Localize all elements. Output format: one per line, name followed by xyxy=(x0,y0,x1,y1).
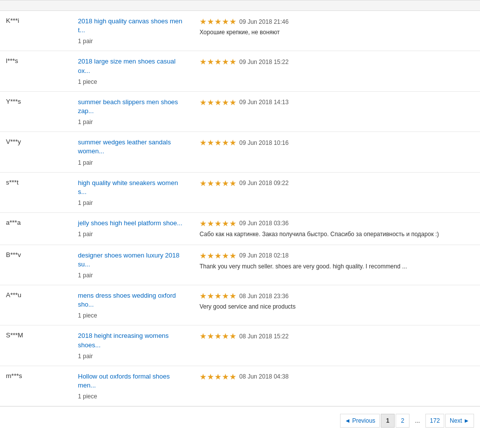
page-2-button[interactable]: 2 xyxy=(396,414,410,428)
transaction-cell: summer beach slippers men shoes zap...1 … xyxy=(72,92,194,131)
table-row: V***ysummer wedges leather sandals women… xyxy=(0,132,480,172)
buyer-name: l***s xyxy=(6,57,18,64)
star-icon: ★ xyxy=(229,372,236,382)
quantity-label: 1 piece xyxy=(78,393,188,400)
table-row: m***sHollow out oxfords formal shoes men… xyxy=(0,366,480,406)
product-link[interactable]: jelly shoes high heel platform shoe... xyxy=(78,219,182,227)
star-icon: ★ xyxy=(207,372,214,382)
star-icon: ★ xyxy=(229,179,236,188)
star-rating: ★★★★★ xyxy=(200,17,236,26)
review-date: 09 Jun 2018 10:16 xyxy=(239,139,288,146)
page-1-button[interactable]: 1 xyxy=(381,414,395,428)
buyer-name: s***t xyxy=(6,179,18,186)
star-rating: ★★★★★ xyxy=(200,179,236,188)
table-row: A***umens dress shoes wedding oxford sho… xyxy=(0,285,480,325)
star-icon: ★ xyxy=(222,331,229,341)
review-date: 08 Jun 2018 23:36 xyxy=(239,293,288,300)
buyer-cell: a***a xyxy=(0,213,72,245)
product-link[interactable]: 2018 height increasing womens shoes... xyxy=(78,332,169,348)
stars-row: ★★★★★09 Jun 2018 21:46 xyxy=(200,17,474,26)
star-icon: ★ xyxy=(222,291,229,301)
star-icon: ★ xyxy=(200,179,206,188)
product-link[interactable]: Hollow out oxfords formal shoes men... xyxy=(78,373,170,389)
star-rating: ★★★★★ xyxy=(200,219,236,228)
table-row: Y***ssummer beach slippers men shoes zap… xyxy=(0,92,480,132)
table-body: K***i2018 high quality canvas shoes men … xyxy=(0,11,480,406)
pagination: ◄ Previous 1 2 ... 172 Next ► xyxy=(0,406,480,435)
product-link[interactable]: summer wedges leather sandals women... xyxy=(78,138,171,155)
buyer-cell: Y***s xyxy=(0,92,72,131)
buyer-cell: l***s xyxy=(0,51,72,91)
review-date: 09 Jun 2018 03:36 xyxy=(239,220,288,227)
star-icon: ★ xyxy=(214,138,221,147)
header-transaction xyxy=(72,0,194,10)
product-link[interactable]: 2018 large size men shoes casual ox... xyxy=(78,58,176,74)
stars-row: ★★★★★09 Jun 2018 03:36 xyxy=(200,219,474,228)
stars-row: ★★★★★09 Jun 2018 14:13 xyxy=(200,98,474,107)
product-link[interactable]: high quality white sneakers women s... xyxy=(78,179,178,195)
prev-button[interactable]: ◄ Previous xyxy=(340,414,380,428)
star-icon: ★ xyxy=(200,291,206,301)
feedback-text: Very good service and nice products xyxy=(200,303,474,311)
star-rating: ★★★★★ xyxy=(200,98,236,107)
star-icon: ★ xyxy=(200,57,206,66)
star-rating: ★★★★★ xyxy=(200,251,236,260)
star-icon: ★ xyxy=(229,17,236,26)
transaction-cell: summer wedges leather sandals women...1 … xyxy=(72,132,194,172)
star-icon: ★ xyxy=(214,251,221,260)
quantity-label: 1 piece xyxy=(78,312,188,319)
table-header xyxy=(0,0,480,11)
star-icon: ★ xyxy=(207,331,214,341)
stars-row: ★★★★★09 Jun 2018 10:16 xyxy=(200,138,474,147)
buyer-cell: B***v xyxy=(0,245,72,285)
page-172-button[interactable]: 172 xyxy=(425,414,444,428)
transaction-cell: 2018 large size men shoes casual ox...1 … xyxy=(72,51,194,91)
star-icon: ★ xyxy=(207,179,214,188)
transaction-cell: designer shoes women luxury 2018 su...1 … xyxy=(72,245,194,285)
star-icon: ★ xyxy=(200,219,206,228)
feedback-cell: ★★★★★09 Jun 2018 21:46Хорошие крепкие, н… xyxy=(194,11,480,51)
star-icon: ★ xyxy=(229,57,236,66)
stars-row: ★★★★★08 Jun 2018 15:22 xyxy=(200,331,474,341)
review-date: 08 Jun 2018 04:38 xyxy=(239,373,288,380)
next-button[interactable]: Next ► xyxy=(445,414,474,428)
feedback-cell: ★★★★★08 Jun 2018 15:22 xyxy=(194,325,480,365)
product-link[interactable]: summer beach slippers men shoes zap... xyxy=(78,98,178,115)
ellipsis: ... xyxy=(411,414,424,428)
product-link[interactable]: mens dress shoes wedding oxford sho... xyxy=(78,292,176,308)
transaction-cell: jelly shoes high heel platform shoe...1 … xyxy=(72,213,194,245)
buyer-cell: K***i xyxy=(0,11,72,51)
review-date: 09 Jun 2018 15:22 xyxy=(239,59,288,65)
star-icon: ★ xyxy=(229,98,236,107)
buyer-name: V***y xyxy=(6,138,21,145)
star-icon: ★ xyxy=(200,138,206,147)
star-icon: ★ xyxy=(222,98,229,107)
star-icon: ★ xyxy=(200,372,206,382)
table-row: B***vdesigner shoes women luxury 2018 su… xyxy=(0,245,480,285)
buyer-name: a***a xyxy=(6,219,21,226)
star-icon: ★ xyxy=(214,291,221,301)
star-icon: ★ xyxy=(222,251,229,260)
star-icon: ★ xyxy=(200,98,206,107)
quantity-label: 1 pair xyxy=(78,199,188,206)
star-icon: ★ xyxy=(207,57,214,66)
product-link[interactable]: designer shoes women luxury 2018 su... xyxy=(78,252,180,268)
review-date: 09 Jun 2018 14:13 xyxy=(239,99,288,106)
table-row: a***ajelly shoes high heel platform shoe… xyxy=(0,213,480,245)
star-rating: ★★★★★ xyxy=(200,57,236,66)
buyer-name: K***i xyxy=(6,17,19,24)
transaction-cell: 2018 high quality canvas shoes men t...1… xyxy=(72,11,194,51)
feedback-cell: ★★★★★09 Jun 2018 03:36Сабо как на картин… xyxy=(194,213,480,245)
transaction-cell: high quality white sneakers women s...1 … xyxy=(72,173,194,212)
stars-row: ★★★★★08 Jun 2018 23:36 xyxy=(200,291,474,301)
star-rating: ★★★★★ xyxy=(200,291,236,301)
star-icon: ★ xyxy=(214,17,221,26)
star-rating: ★★★★★ xyxy=(200,372,236,382)
star-rating: ★★★★★ xyxy=(200,138,236,147)
transaction-cell: Hollow out oxfords formal shoes men...1 … xyxy=(72,366,194,406)
star-icon: ★ xyxy=(214,331,221,341)
star-icon: ★ xyxy=(207,219,214,228)
product-link[interactable]: 2018 high quality canvas shoes men t... xyxy=(78,17,182,34)
table-row: K***i2018 high quality canvas shoes men … xyxy=(0,11,480,51)
star-icon: ★ xyxy=(207,251,214,260)
